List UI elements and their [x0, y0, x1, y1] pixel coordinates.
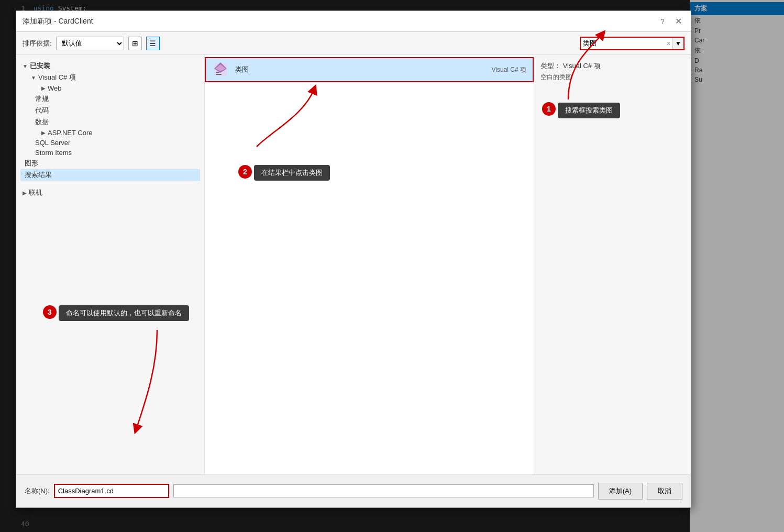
name-label: 名称(N): [25, 486, 50, 496]
search-clear-button[interactable]: × [665, 40, 672, 47]
aspnet-label: ASP.NET Core [48, 129, 93, 137]
annotation-circle-1: 1 [542, 102, 556, 116]
installed-arrow [23, 63, 28, 69]
list-view-button[interactable]: ☰ [146, 37, 160, 50]
info-type-value: Visual C# 项 [563, 62, 601, 70]
middle-result-panel: 类图 Visual C# 项 [205, 55, 534, 474]
annotation-bubble-2: 在结果栏中点击类图 [254, 165, 330, 181]
tree-web[interactable]: Web [20, 83, 200, 93]
cancel-button[interactable]: 取消 [647, 483, 682, 500]
cd-icon-container [212, 61, 229, 78]
tree-graphics[interactable]: 图形 [20, 158, 200, 169]
sort-select[interactable]: 默认值 名称 类型 [56, 37, 124, 50]
dialog-title: 添加新项 - CardClient [23, 17, 93, 26]
visual-csharp-label: Visual C# 项 [38, 73, 76, 82]
online-label: 联机 [29, 188, 42, 197]
tree-sqlserver[interactable]: SQL Server [20, 138, 200, 148]
info-type: 类型： Visual C# 项 [540, 61, 684, 71]
dialog-bottom-bar: 名称(N): 添加(A) 取消 [16, 474, 691, 507]
help-button[interactable]: ? [657, 16, 668, 27]
online-header[interactable]: 联机 [20, 187, 200, 198]
dialog-toolbar: 排序依据: 默认值 名称 类型 ⊞ ☰ × ▼ [16, 32, 691, 55]
installed-label: 已安装 [30, 61, 50, 71]
svg-rect-3 [216, 72, 219, 73]
info-description: 空白的类图 [540, 73, 684, 82]
add-button[interactable]: 添加(A) [598, 483, 643, 500]
installed-section: 已安装 Visual C# 项 Web 常规 代码 数据 [16, 59, 204, 182]
online-section: 联机 [16, 186, 204, 199]
result-type-classdiagram: Visual C# 项 [492, 65, 526, 74]
web-arrow [41, 85, 46, 91]
dialog-controls: ? ✕ [657, 15, 684, 28]
visual-csharp-arrow [31, 75, 36, 81]
search-box: × ▼ [580, 37, 684, 50]
tree-data[interactable]: 数据 [20, 116, 200, 128]
dialog-titlebar: 添加新项 - CardClient ? ✕ [16, 11, 691, 32]
name-input[interactable] [54, 484, 169, 498]
annotation-bubble-1: 搜索框搜索类图 [558, 103, 620, 118]
search-dropdown-button[interactable]: ▼ [672, 38, 683, 49]
tree-aspnet[interactable]: ASP.NET Core [20, 128, 200, 138]
annotation-circle-3: 3 [43, 305, 57, 319]
annotation-bubble-3: 命名可以使用默认的，也可以重新命名 [59, 305, 189, 321]
tree-code[interactable]: 代码 [20, 105, 200, 116]
annotation-circle-2: 2 [238, 165, 252, 179]
web-label: Web [48, 84, 62, 92]
tree-visual-csharp[interactable]: Visual C# 项 [20, 72, 200, 83]
left-tree-panel: 已安装 Visual C# 项 Web 常规 代码 数据 [16, 55, 205, 474]
tree-normal[interactable]: 常规 [20, 93, 200, 105]
online-arrow [23, 190, 27, 196]
close-button[interactable]: ✕ [672, 15, 684, 28]
add-new-item-dialog: 添加新项 - CardClient ? ✕ 排序依据: 默认值 名称 类型 ⊞ … [16, 10, 691, 508]
result-item-classdiagram[interactable]: 类图 Visual C# 项 [205, 57, 534, 82]
sort-label: 排序依据: [23, 39, 52, 48]
installed-header[interactable]: 已安装 [20, 60, 200, 72]
search-input[interactable] [581, 38, 665, 49]
result-list: 类图 Visual C# 项 [205, 55, 534, 474]
tree-storm[interactable]: Storm Items [20, 148, 200, 158]
info-type-prefix: 类型： [540, 62, 561, 70]
aspnet-arrow [41, 130, 46, 136]
svg-rect-4 [216, 74, 222, 75]
tree-search-results[interactable]: 搜索结果 [20, 169, 200, 181]
filename-input[interactable] [173, 484, 594, 497]
result-name-classdiagram: 类图 [235, 65, 492, 74]
grid-view-button[interactable]: ⊞ [128, 37, 142, 50]
